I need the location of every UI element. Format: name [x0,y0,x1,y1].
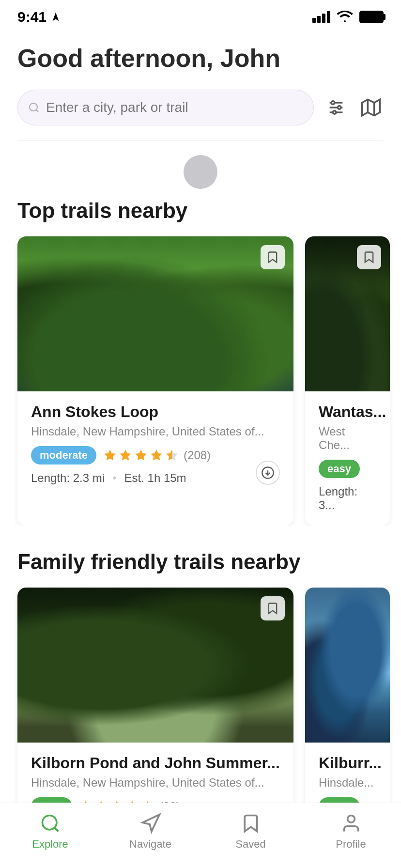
profile-icon [340,813,362,834]
trail-card-wantas[interactable]: Wantas... West Che... easy Length: 3... [305,236,390,526]
scroll-indicator [17,155,384,189]
card-body-2: Wantas... West Che... easy Length: 3... [305,391,390,526]
greeting-text: Good afternoon, John [17,45,384,72]
star-half-icon [165,449,179,462]
trail-location: Hinsdale, New Hampshire, United States o… [31,425,280,438]
difficulty-badge-2: easy [319,460,360,478]
saved-icon [240,813,262,834]
nav-saved-label: Saved [235,838,265,851]
trail-image-3 [17,588,293,743]
svg-marker-12 [120,450,131,461]
bookmark-button-2[interactable] [357,245,381,269]
top-trails-title: Top trails nearby [17,199,384,223]
trail-location-3: Hinsdale, New Hampshire, United States o… [31,776,280,790]
explore-icon [40,813,61,834]
card-image-ann-stokes [17,236,293,391]
map-button[interactable] [358,95,384,120]
bookmark-button[interactable] [261,245,285,269]
divider [17,140,384,140]
battery-icon [359,11,384,23]
download-icon [261,466,275,480]
trail-meta-row-2: easy [319,460,376,478]
trail-card-ann-stokes[interactable]: Ann Stokes Loop Hinsdale, New Hampshire,… [17,236,293,526]
filter-button[interactable] [324,95,349,120]
sep: • [112,471,116,485]
nav-saved[interactable]: Saved [200,813,301,851]
status-bar: 9:41 [0,0,401,30]
status-icons [312,11,384,23]
trail-time: Est. 1h 15m [124,471,186,485]
nav-profile[interactable]: Profile [301,813,401,851]
review-count: (208) [184,449,211,462]
search-icon [28,102,40,113]
signal-bars-icon [312,11,330,23]
trail-location-4: Hinsdale... [319,776,376,790]
svg-point-5 [331,101,335,105]
svg-point-23 [42,816,56,830]
bookmark-button-3[interactable] [261,596,285,620]
card-image-wantas [305,236,390,391]
nav-navigate-label: Navigate [129,838,171,851]
search-row [17,90,384,125]
scroll-dot [184,155,217,189]
svg-point-6 [338,106,341,109]
trail-name-3: Kilborn Pond and John Summer... [31,754,280,772]
trail-meta-row: moderate [31,446,280,465]
trail-name: Ann Stokes Loop [31,403,280,421]
trail-stats-2: Length: 3... [319,485,376,512]
navigate-icon [140,813,161,834]
star-1-icon [103,449,117,462]
location-icon [50,12,61,22]
trail-card-kilborn[interactable]: Kilborn Pond and John Summer... Hinsdale… [17,588,293,836]
download-button[interactable] [256,461,280,485]
section-gap [17,526,384,550]
nav-profile-label: Profile [336,838,366,851]
svg-point-26 [347,816,355,823]
svg-point-0 [30,103,37,111]
trail-name-4: Kilburr... [319,754,376,772]
nav-explore-label: Explore [32,838,68,851]
status-time: 9:41 [17,9,61,25]
trail-name-2: Wantas... [319,403,376,421]
star-3-icon [134,449,148,462]
svg-marker-15 [166,450,177,461]
star-rating: (208) [103,449,211,462]
trail-location-2: West Che... [319,425,376,452]
trail-stats: Length: 2.3 mi • Est. 1h 15m [31,471,280,485]
family-trails-title: Family friendly trails nearby [17,550,384,574]
star-4-icon [150,449,163,462]
svg-marker-13 [135,450,146,461]
svg-marker-14 [151,450,162,461]
card-image-kilburr [305,588,390,743]
svg-line-1 [36,110,38,112]
star-2-icon [119,449,132,462]
search-wrapper[interactable] [17,90,314,125]
nav-navigate[interactable]: Navigate [100,813,200,851]
card-body: Ann Stokes Loop Hinsdale, New Hampshire,… [17,391,293,498]
svg-marker-25 [142,815,159,832]
bottom-nav: Explore Navigate Saved Profile [0,803,401,868]
svg-marker-11 [104,450,115,461]
trail-length-2: Length: 3... [319,485,376,512]
svg-line-24 [54,828,58,832]
trail-image [17,236,293,391]
trail-card-kilburr[interactable]: Kilburr... Hinsdale... easy [305,588,390,836]
search-input[interactable] [17,90,314,125]
trail-length: Length: 2.3 mi [31,471,105,485]
difficulty-badge: moderate [31,446,96,465]
svg-marker-8 [362,100,380,116]
wifi-icon [336,11,354,23]
family-trails-scroll: Kilborn Pond and John Summer... Hinsdale… [0,588,401,836]
nav-explore[interactable]: Explore [0,813,100,851]
top-trails-scroll: Ann Stokes Loop Hinsdale, New Hampshire,… [0,236,401,526]
trail-image-4 [305,588,390,743]
svg-point-7 [333,111,336,114]
card-image-kilborn [17,588,293,743]
